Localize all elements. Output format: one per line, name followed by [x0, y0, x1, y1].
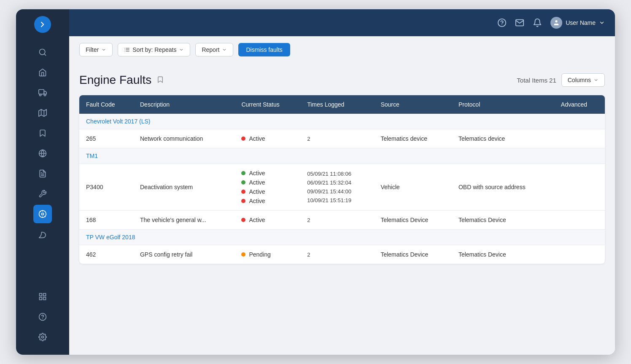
advanced-cell — [554, 245, 605, 264]
chevron-down-icon — [222, 47, 227, 52]
svg-point-12 — [42, 213, 44, 215]
col-advanced: Advanced — [554, 95, 605, 114]
status-label: Active — [249, 188, 265, 195]
chevron-down-icon — [593, 78, 599, 83]
help-icon[interactable] — [497, 18, 507, 27]
page-title: Engine Faults — [79, 73, 151, 87]
sidebar-item-bookmark[interactable] — [33, 124, 52, 142]
orange-dot — [241, 252, 245, 257]
group-label: Chevrolet Volt 2017 (LS) — [79, 114, 605, 129]
avatar — [550, 17, 562, 29]
total-items-label: Total Items 21 — [517, 77, 556, 84]
sidebar-item-report[interactable] — [33, 164, 52, 183]
group-label: TP VW eGolf 2018 — [79, 230, 605, 245]
description-cell: GPS config retry fail — [133, 245, 235, 264]
col-protocol: Protocol — [452, 95, 554, 114]
times-item: 05/09/21 11:08:06 — [307, 171, 367, 177]
sidebar-item-search[interactable] — [33, 43, 52, 62]
source-cell: Telematics device — [374, 129, 451, 148]
status-label: Pending — [249, 251, 270, 258]
col-current-status: Current Status — [235, 95, 300, 114]
user-menu[interactable]: User Name — [550, 17, 605, 29]
page-header: Engine Faults Total Items 21 Columns — [79, 73, 605, 87]
bookmark-icon[interactable] — [156, 76, 164, 85]
svg-rect-18 — [43, 294, 46, 296]
times-logged-cell: 2 — [300, 211, 374, 230]
columns-button[interactable]: Columns — [561, 73, 605, 87]
svg-rect-2 — [39, 90, 44, 94]
dismiss-faults-button[interactable]: Dismiss faults — [238, 43, 290, 56]
sidebar-item-settings[interactable] — [33, 328, 52, 346]
sidebar-item-vehicle[interactable] — [33, 83, 52, 102]
svg-rect-19 — [40, 297, 42, 300]
total-items-area: Total Items 21 Columns — [517, 73, 605, 87]
svg-rect-17 — [40, 294, 42, 296]
red-dot — [241, 136, 245, 141]
fault-code-cell: 168 — [79, 211, 133, 230]
filter-button[interactable]: Filter — [79, 43, 113, 56]
bell-icon[interactable] — [533, 18, 542, 27]
times-item: 2 — [307, 136, 367, 142]
times-logged-cell: 2 — [300, 245, 374, 264]
sidebar-item-home[interactable] — [33, 63, 52, 82]
table-row[interactable]: P3400Deactivation systemActiveActiveActi… — [79, 164, 605, 211]
status-item: Active — [241, 188, 294, 195]
sidebar-toggle-button[interactable] — [34, 16, 51, 33]
sidebar — [16, 9, 69, 355]
green-dot — [241, 171, 245, 175]
sidebar-item-grid[interactable] — [33, 287, 52, 306]
status-label: Active — [249, 135, 265, 142]
status-label: Active — [249, 179, 265, 186]
sort-button[interactable]: Sort by: Repeats — [118, 43, 190, 56]
status-item: Active — [241, 135, 294, 142]
times-item: 2 — [307, 252, 367, 258]
description-cell: Deactivation system — [133, 164, 235, 211]
faults-table: Fault Code Description Current Status Ti… — [79, 95, 605, 264]
red-dot — [241, 190, 245, 194]
fault-code-cell: 265 — [79, 129, 133, 148]
description-cell: Network communication — [133, 129, 235, 148]
protocol-cell: Telematics device — [452, 129, 554, 148]
sidebar-item-map[interactable] — [33, 104, 52, 122]
table-row[interactable]: 265Network communicationActive2Telematic… — [79, 129, 605, 148]
red-dot — [241, 218, 245, 222]
svg-point-23 — [42, 336, 44, 338]
source-cell: Telematics Device — [374, 211, 451, 230]
sidebar-item-diagnostics[interactable] — [33, 205, 52, 223]
group-label: TM1 — [79, 148, 605, 164]
toolbar: Filter Sort by: Repeats Report Dismiss f… — [69, 36, 615, 63]
app-window: User Name Filter Sort by: Repeats Report — [16, 9, 615, 355]
table-row[interactable]: 462GPS config retry failPending2Telemati… — [79, 245, 605, 264]
svg-point-4 — [44, 94, 46, 96]
page-content: Engine Faults Total Items 21 Columns — [69, 63, 615, 355]
svg-line-15 — [40, 211, 40, 212]
status-item: Active — [241, 170, 294, 177]
status-cell: ActiveActiveActiveActive — [235, 164, 300, 211]
fault-code-cell: 462 — [79, 245, 133, 264]
table-group-row: Chevrolet Volt 2017 (LS) — [79, 114, 605, 129]
mail-icon[interactable] — [515, 18, 524, 27]
status-cell: Active — [235, 211, 300, 230]
report-button[interactable]: Report — [195, 43, 233, 56]
source-cell: Vehicle — [374, 164, 451, 211]
status-item: Active — [241, 198, 294, 204]
sidebar-item-leaf[interactable] — [33, 225, 52, 244]
chevron-down-icon — [101, 47, 106, 52]
col-times-logged: Times Logged — [300, 95, 374, 114]
chevron-down-icon — [599, 20, 605, 26]
status-label: Active — [249, 217, 265, 223]
svg-rect-20 — [43, 297, 46, 300]
table-group-row: TP VW eGolf 2018 — [79, 230, 605, 245]
table-header-row: Fault Code Description Current Status Ti… — [79, 95, 605, 114]
sidebar-item-wrench[interactable] — [33, 185, 52, 203]
red-dot — [241, 199, 245, 203]
table-row[interactable]: 168The vehicle's general w...Active2Tele… — [79, 211, 605, 230]
sidebar-item-globe[interactable] — [33, 144, 52, 163]
svg-point-3 — [40, 94, 41, 96]
status-item: Active — [241, 217, 294, 223]
fault-code-cell: P3400 — [79, 164, 133, 211]
advanced-cell — [554, 129, 605, 148]
times-logged-cell: 05/09/21 11:08:0606/09/21 15:32:0409/09/… — [300, 164, 374, 211]
sidebar-item-help[interactable] — [33, 308, 52, 326]
col-description: Description — [133, 95, 235, 114]
